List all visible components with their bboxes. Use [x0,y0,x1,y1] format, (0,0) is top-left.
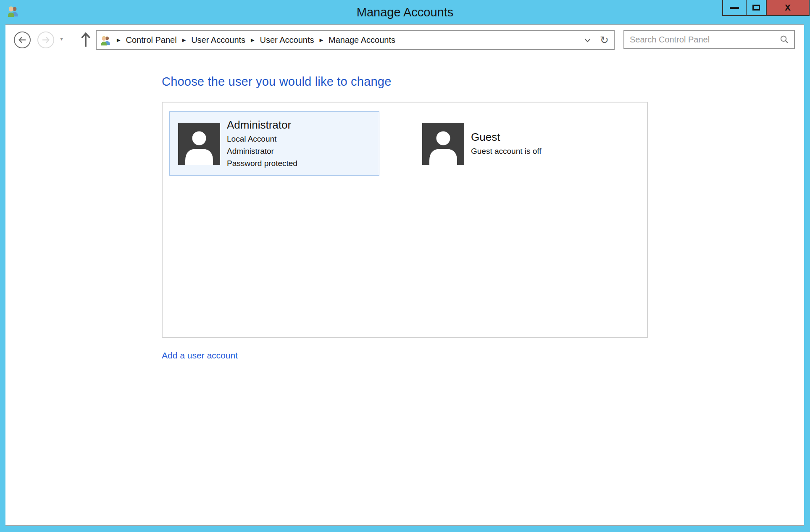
main-content: Choose the user you would like to change… [5,59,804,525]
address-bar[interactable]: ▶ Control Panel ▶ User Accounts ▶ User A… [96,30,615,50]
crumb-separator-icon: ▶ [251,37,254,43]
arrow-up-icon [80,31,91,48]
crumb-separator-icon: ▶ [320,37,323,43]
minimize-button[interactable] [722,0,747,16]
up-button[interactable] [80,30,92,49]
forward-button[interactable] [37,32,54,48]
navigation-bar: ▾ ▶ Control Panel ▶ User Accounts ▶ User… [5,25,804,59]
title-bar: Manage Accounts x [0,0,810,24]
close-button[interactable]: x [766,0,810,16]
account-info: Guest Guest account is off [471,130,542,157]
user-avatar-icon [178,123,220,165]
users-icon [100,34,111,46]
add-user-account-link[interactable]: Add a user account [162,350,238,361]
breadcrumb-item-manage-accounts[interactable]: Manage Accounts [329,35,395,45]
page-title: Choose the user you would like to change [162,75,391,89]
window-controls: x [723,0,810,16]
window-title: Manage Accounts [0,5,810,19]
account-name: Guest [471,130,542,144]
search-box[interactable] [623,30,795,49]
breadcrumb-item-control-panel[interactable]: Control Panel [126,35,176,45]
account-detail: Administrator [227,145,297,157]
account-name: Administrator [227,118,297,132]
breadcrumb-item-user-accounts-2[interactable]: User Accounts [260,35,314,45]
account-tile-guest[interactable]: Guest Guest account is off [414,111,624,176]
minimize-icon [730,7,739,9]
maximize-icon [752,5,760,11]
crumb-separator-icon: ▶ [117,37,120,43]
maximize-button[interactable] [746,0,767,16]
chevron-down-icon [584,38,591,42]
arrow-right-icon [41,35,51,45]
back-button[interactable] [14,32,31,48]
account-detail: Guest account is off [471,145,542,157]
search-icon[interactable] [780,35,789,44]
breadcrumb-item-user-accounts[interactable]: User Accounts [191,35,245,45]
crumb-separator-icon: ▶ [182,37,186,43]
user-avatar-icon [422,123,464,165]
account-tile-administrator[interactable]: Administrator Local Account Administrato… [169,111,379,176]
account-info: Administrator Local Account Administrato… [227,118,297,169]
account-detail: Password protected [227,157,297,169]
search-input[interactable] [630,35,780,45]
close-icon: x [785,2,791,12]
address-dropdown-button[interactable] [584,38,591,42]
user-account-list: Administrator Local Account Administrato… [162,102,648,338]
arrow-left-icon [17,35,27,45]
refresh-button[interactable]: ↻ [600,35,609,45]
recent-pages-button[interactable]: ▾ [60,35,63,42]
account-detail: Local Account [227,133,297,145]
